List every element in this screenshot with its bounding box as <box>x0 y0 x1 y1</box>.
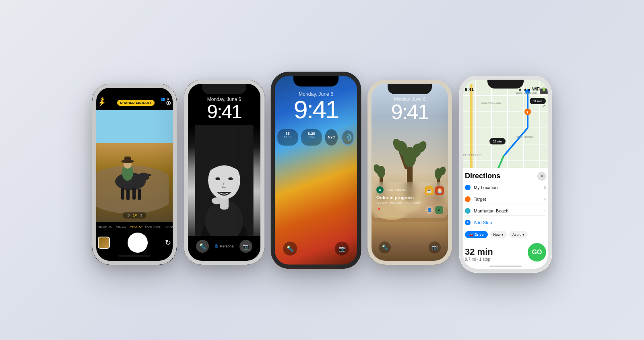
avoid-chevron: ▾ <box>522 233 524 237</box>
svg-rect-3 <box>126 189 130 200</box>
widget-nyc: NYC <box>325 129 338 146</box>
map-status-icons: ▲ ▲▲ WiFi 🔋 <box>518 87 546 91</box>
svg-text:HAWTHORNE: HAWTHORNE <box>516 136 534 138</box>
notch-2 <box>202 84 246 94</box>
bw-torch-icon[interactable]: 🔦 <box>196 240 209 253</box>
shutter-button[interactable] <box>128 233 148 253</box>
mode-portrait[interactable]: PORTRAIT <box>145 225 162 229</box>
trip-time: 32 min <box>465 247 493 257</box>
camera-status-icons: 👥 ⚙ <box>161 97 169 101</box>
svg-rect-11 <box>124 157 131 162</box>
go-button[interactable]: GO <box>528 243 546 262</box>
home-indicator-5 <box>489 266 522 267</box>
go-label: GO <box>532 249 542 256</box>
bw-personal-label: 👤 Personal <box>214 244 235 248</box>
phone-joshua-lockscreen: Monday, June 6 9:41 <box>367 80 452 265</box>
home-indicator-3 <box>299 265 332 267</box>
map-status-time: 9:41 <box>465 87 474 92</box>
drive-option[interactable]: 🚗 Drive <box>465 231 488 238</box>
j-camera-icon[interactable]: 📷 <box>429 241 441 253</box>
joshua-lockscreen: Monday, June 6 9:41 <box>367 80 452 265</box>
my-location-label: My Location <box>474 185 540 190</box>
camera-modes: CINEMATIC VIDEO PHOTO PORTRAIT PANO <box>98 225 171 229</box>
svg-rect-7 <box>147 174 151 176</box>
drive-label: Drive <box>475 233 484 237</box>
manhattan-beach-label: Manhattan Beach <box>474 208 540 213</box>
mode-pano[interactable]: PANO <box>165 225 175 229</box>
cl-widgets: 65 55 72 8:29 PM NYC <box>271 126 361 148</box>
notif-subtitle: We are handcrafting your order <box>376 201 443 204</box>
widget-nyc-label: NYC <box>328 135 335 139</box>
trip-detail: 9.7 mi · 1 stop <box>465 257 493 262</box>
phone-bw-lockscreen: Monday, June 6 9:41 <box>184 80 264 265</box>
close-button[interactable]: ✕ <box>537 172 546 181</box>
now-chevron: ▾ <box>502 233 504 237</box>
trip-info: 32 min 9.7 mi · 1 stop <box>465 247 493 262</box>
route-item-manhattan-beach[interactable]: Manhattan Beach ≡ <box>465 206 546 216</box>
trip-summary: 32 min 9.7 mi · 1 stop GO <box>465 243 546 262</box>
home-indicator-1 <box>118 255 151 257</box>
notch-4 <box>388 84 432 94</box>
add-stop-label[interactable]: Add Stop <box>474 220 492 225</box>
add-stop-dot: + <box>465 220 471 225</box>
zoom-1x[interactable]: 1× <box>133 213 137 217</box>
notif-check: ✓ <box>435 206 443 214</box>
widget-time-label: PM <box>305 136 318 138</box>
mode-photo[interactable]: PHOTO <box>130 225 142 229</box>
joshua-tree-area: S In store pickup ☕ 🧁 Order in progress … <box>367 125 452 238</box>
manhattan-beach-dot <box>465 208 471 214</box>
phone-camera: ⚡ 👥 ⚙ ⚡ SHARED LIBRARY ⊕ <box>92 84 177 265</box>
camera-thumbnail[interactable] <box>98 237 110 249</box>
bw-camera-icon[interactable]: 📷 <box>239 240 252 253</box>
svg-point-22 <box>347 136 349 138</box>
mode-video[interactable]: VIDEO <box>116 225 126 229</box>
avoid-option[interactable]: Avoid ▾ <box>509 231 528 238</box>
notif-top: S In store pickup ☕ 🧁 <box>376 186 443 194</box>
car-icon: 🚗 <box>469 233 473 237</box>
phone-colorful-lockscreen: Monday, June 6 9:41 65 55 72 8:29 PM NYC <box>271 72 361 269</box>
route-item-my-location[interactable]: My Location ≡ <box>465 183 546 192</box>
notif-avatar: 👤 <box>425 206 433 214</box>
camera-status-time: ⚡ <box>99 97 105 102</box>
drag-handle-2: ≡ <box>543 196 546 202</box>
directions-panel: Directions ✕ My Location ≡ Target ≡ <box>459 168 552 273</box>
j-bottom: 🔦 📷 <box>367 238 452 260</box>
widget-weather: 65 55 72 <box>277 129 298 146</box>
svg-text:T: T <box>526 111 528 114</box>
now-option[interactable]: Now ▾ <box>490 231 507 238</box>
mode-cinematic[interactable]: CINEMATIC <box>94 225 113 229</box>
zoom-0-5[interactable]: .5 <box>127 213 130 217</box>
colorful-lockscreen: Monday, June 6 9:41 65 55 72 8:29 PM NYC <box>271 72 361 269</box>
drag-handle-3: ≡ <box>543 208 546 214</box>
route-item-target[interactable]: Target ≡ <box>465 195 546 204</box>
cl-camera-icon[interactable]: 📷 <box>335 241 349 256</box>
bw-lockscreen: Monday, June 6 9:41 <box>184 80 264 265</box>
svg-rect-5 <box>138 189 141 200</box>
flip-camera-icon[interactable]: ↻ <box>165 238 171 247</box>
j-torch-icon[interactable]: 🔦 <box>379 241 391 253</box>
person-portrait-svg <box>184 125 264 236</box>
target-dot <box>465 196 471 202</box>
svg-text:EL SEGUNDO: EL SEGUNDO <box>463 154 482 157</box>
zoom-3x[interactable]: 3 <box>140 213 142 217</box>
starbucks-icon: S <box>376 186 384 194</box>
notch-1 <box>114 88 155 97</box>
svg-text:12 min: 12 min <box>533 100 542 103</box>
home-indicator-2 <box>204 261 244 262</box>
camera-screen: ⚡ 👥 ⚙ ⚡ SHARED LIBRARY ⊕ <box>92 84 177 265</box>
notch-5 <box>487 80 524 89</box>
avoid-label: Avoid <box>512 233 521 237</box>
target-label: Target <box>474 197 540 202</box>
ring-svg <box>344 133 352 141</box>
j-time: 9:41 <box>374 101 446 122</box>
camera-zoom-controls: .5 1× 3 <box>123 212 147 218</box>
camera-controls-row: ↻ <box>98 233 171 253</box>
bw-bottom: 🔦 👤 Personal 📷 <box>184 236 264 261</box>
notif-bottom-row: 📍 👤 ✓ <box>376 206 443 214</box>
route-item-add-stop[interactable]: + Add Stop <box>465 218 546 227</box>
cl-torch-icon[interactable]: 🔦 <box>283 241 297 256</box>
map-area: 9:41 ▲ ▲▲ WiFi 🔋 <box>459 76 552 168</box>
food-icon-2: 🧁 <box>435 186 444 195</box>
camera-bg <box>92 110 177 222</box>
transport-row: 🚗 Drive Now ▾ Avoid ▾ <box>465 229 546 240</box>
